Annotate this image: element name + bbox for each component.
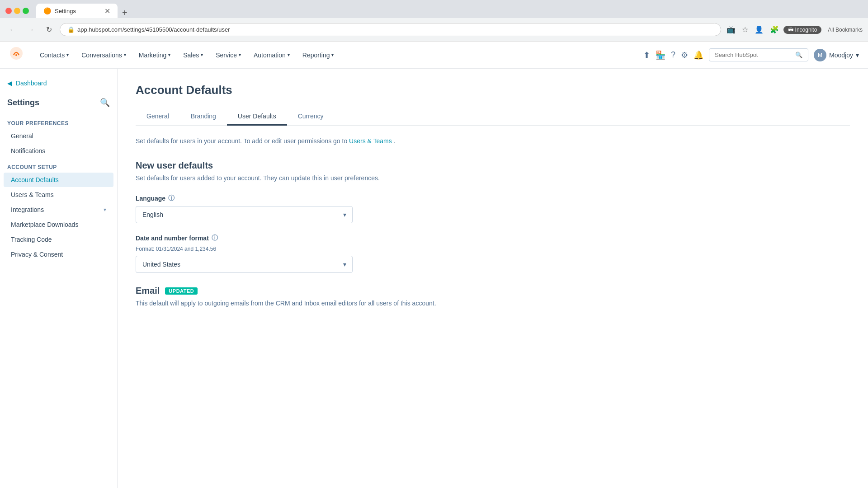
address-text: app.hubspot.com/settings/45105500/accoun… [77, 26, 230, 33]
email-description: This default will apply to outgoing emai… [136, 300, 850, 307]
hubspot-logo[interactable] [9, 46, 24, 64]
nav-marketing-chevron: ▾ [168, 52, 170, 57]
date-format-label-row: Date and number format ⓘ [136, 234, 850, 242]
nav-conversations-label: Conversations [81, 52, 122, 59]
top-nav: Contacts ▾ Conversations ▾ Marketing ▾ S… [0, 42, 868, 69]
browser-actions: 📺 ☆ 👤 🧩 🕶 Incognito All Bookmarks [725, 23, 863, 36]
sidebar-item-tracking-code[interactable]: Tracking Code [4, 232, 113, 247]
address-bar[interactable]: 🔒 app.hubspot.com/settings/45105500/acco… [60, 23, 721, 36]
language-label: Language [136, 195, 165, 202]
nav-contacts[interactable]: Contacts ▾ [34, 48, 74, 62]
sidebar-item-account-defaults-label: Account Defaults [11, 176, 59, 183]
nav-service[interactable]: Service ▾ [210, 48, 246, 62]
nav-conversations[interactable]: Conversations ▾ [76, 48, 132, 62]
nav-reporting[interactable]: Reporting ▾ [297, 48, 340, 62]
search-icon: 🔍 [795, 52, 802, 58]
tab-currency[interactable]: Currency [287, 108, 335, 126]
email-title-row: Email UPDATED [136, 286, 850, 296]
users-teams-link[interactable]: Users & Teams [349, 137, 392, 145]
sidebar-item-general-label: General [11, 132, 33, 140]
svg-point-0 [10, 47, 23, 60]
window-close-button[interactable]: ✕ [5, 8, 12, 14]
help-icon[interactable]: ? [671, 50, 675, 60]
nav-contacts-label: Contacts [40, 52, 65, 59]
date-format-sublabel: Format: 01/31/2024 and 1,234.56 [136, 246, 850, 252]
tab-close-button[interactable]: ✕ [104, 7, 110, 15]
upgrade-icon[interactable]: ⬆ [643, 50, 650, 60]
active-tab[interactable]: 🟠 Settings ✕ [36, 4, 118, 18]
sidebar-item-integrations[interactable]: Integrations ▾ [4, 202, 113, 217]
sidebar-item-marketplace-label: Marketplace Downloads [11, 221, 78, 228]
tab-user-defaults-label: User Defaults [238, 113, 276, 120]
window-maximize-button[interactable]: + [23, 8, 29, 14]
new-tab-button[interactable]: + [118, 8, 131, 18]
tabs-bar: General Branding User Defaults Currency [136, 108, 850, 126]
nav-marketing[interactable]: Marketing ▾ [133, 48, 176, 62]
avatar: M [814, 49, 826, 61]
notifications-icon[interactable]: 🔔 [693, 50, 703, 60]
page-title: Account Defaults [136, 83, 850, 97]
sidebar-item-users-teams[interactable]: Users & Teams [4, 188, 113, 202]
language-form-group: Language ⓘ English French German Spanish… [136, 194, 850, 223]
search-input[interactable] [715, 52, 792, 58]
tab-user-defaults[interactable]: User Defaults [227, 108, 287, 126]
nav-automation[interactable]: Automation ▾ [248, 48, 295, 62]
settings-icon[interactable]: ⚙ [681, 50, 688, 60]
window-minimize-button[interactable]: − [14, 8, 20, 14]
bookmark-button[interactable]: ☆ [740, 23, 750, 36]
date-format-label: Date and number format [136, 235, 209, 242]
integrations-chevron-icon: ▾ [104, 206, 106, 213]
description-end: . [394, 137, 396, 145]
sidebar-item-marketplace-downloads[interactable]: Marketplace Downloads [4, 217, 113, 232]
nav-service-label: Service [216, 52, 237, 59]
language-label-row: Language ⓘ [136, 194, 850, 202]
browser-nav: ← → ↻ 🔒 app.hubspot.com/settings/4510550… [0, 18, 868, 42]
language-info-icon[interactable]: ⓘ [168, 194, 175, 202]
sidebar-item-tracking-code-label: Tracking Code [11, 236, 52, 243]
date-format-info-icon[interactable]: ⓘ [212, 234, 218, 242]
language-select[interactable]: English French German Spanish Portuguese [136, 206, 353, 223]
nav-sales[interactable]: Sales ▾ [178, 48, 208, 62]
nav-conversations-chevron: ▾ [124, 52, 126, 57]
tab-branding[interactable]: Branding [180, 108, 227, 126]
user-menu[interactable]: M Moodjoy ▾ [814, 49, 859, 61]
refresh-button[interactable]: ↻ [42, 23, 56, 37]
nav-marketing-label: Marketing [139, 52, 166, 59]
sidebar-title-row: Settings 🔍 [0, 94, 117, 111]
new-user-defaults-title: New user defaults [136, 160, 850, 171]
back-button[interactable]: ← [5, 23, 20, 37]
sidebar-item-account-defaults[interactable]: Account Defaults [4, 173, 113, 187]
sidebar-item-users-teams-label: Users & Teams [11, 191, 54, 198]
sidebar-search-button[interactable]: 🔍 [100, 98, 110, 108]
email-title: Email [136, 286, 160, 296]
hubspot-app: Contacts ▾ Conversations ▾ Marketing ▾ S… [0, 42, 868, 488]
date-format-select[interactable]: United States United Kingdom Germany Fra… [136, 256, 353, 273]
search-bar[interactable]: 🔍 [709, 48, 808, 61]
tab-title: Settings [55, 8, 76, 14]
lock-icon: 🔒 [67, 26, 75, 33]
app-body: ◀ Dashboard Settings 🔍 Your Preferences … [0, 69, 868, 488]
nav-reporting-chevron: ▾ [331, 52, 334, 57]
tab-currency-label: Currency [298, 113, 324, 120]
nav-sales-label: Sales [183, 52, 199, 59]
tab-favicon: 🟠 [43, 7, 51, 14]
sidebar-item-general[interactable]: General [4, 129, 113, 143]
nav-reporting-label: Reporting [302, 52, 330, 59]
sidebar-title: Settings [7, 98, 39, 108]
sidebar: ◀ Dashboard Settings 🔍 Your Preferences … [0, 69, 118, 488]
nav-automation-label: Automation [254, 52, 286, 59]
sidebar-back-button[interactable]: ◀ Dashboard [0, 76, 117, 90]
tab-general[interactable]: General [136, 108, 180, 126]
bookmarks-label: All Bookmarks [828, 27, 863, 33]
cast-button[interactable]: 📺 [725, 23, 737, 36]
nav-service-chevron: ▾ [239, 52, 241, 57]
extensions-button[interactable]: 🧩 [768, 23, 781, 36]
sidebar-item-privacy-label: Privacy & Consent [11, 251, 63, 258]
profile-button[interactable]: 👤 [753, 23, 765, 36]
tab-branding-label: Branding [191, 113, 216, 120]
incognito-label: Incognito [795, 27, 817, 33]
sidebar-item-notifications[interactable]: Notifications [4, 144, 113, 158]
sidebar-item-privacy-consent[interactable]: Privacy & Consent [4, 247, 113, 262]
forward-button[interactable]: → [24, 23, 38, 37]
marketplace-icon[interactable]: 🏪 [656, 50, 665, 60]
